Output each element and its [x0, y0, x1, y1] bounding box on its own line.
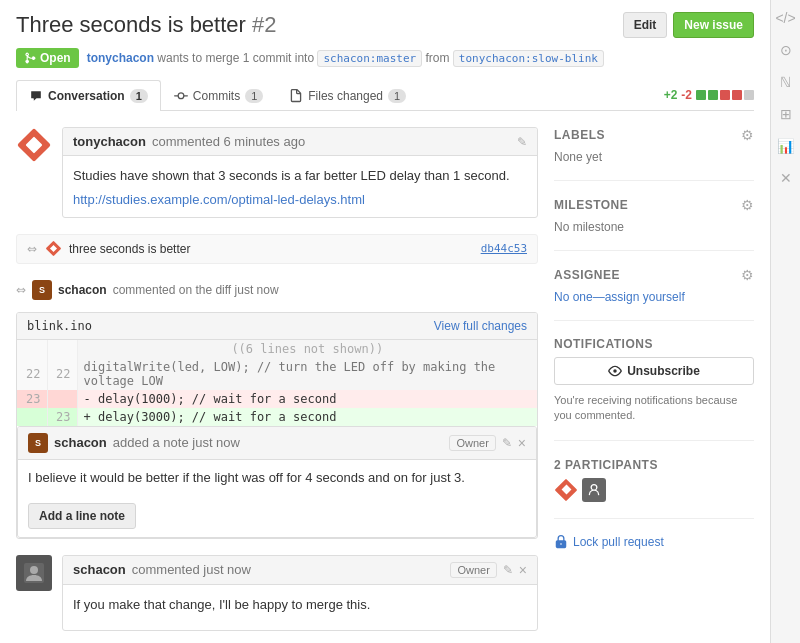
eye-icon [608, 364, 622, 378]
diff-author: schacon [58, 283, 107, 297]
comment-icon [29, 89, 43, 103]
participants-section: 2 participants [554, 457, 754, 519]
avatar-schacon [16, 555, 52, 591]
diff-block-4 [732, 90, 742, 100]
new-issue-button[interactable]: New issue [673, 12, 754, 38]
diff-block-3 [720, 90, 730, 100]
table-row: 23 - delay(1000); // wait for a second [17, 390, 537, 408]
comment-body-2: schacon commented just now Owner ✎ × If … [62, 555, 538, 632]
svg-point-1 [30, 566, 38, 574]
notifications-section: Notifications Unsubscribe You're receivi… [554, 337, 754, 441]
header-buttons: Edit New issue [623, 12, 754, 38]
comment-schacon: schacon commented just now Owner ✎ × If … [16, 555, 538, 632]
chart-icon[interactable]: 📊 [777, 138, 794, 154]
lock-pr-link[interactable]: Lock pull request [554, 535, 754, 549]
page-header: Three seconds is better #2 Edit New issu… [16, 12, 754, 38]
tool-icon[interactable]: ✕ [780, 170, 792, 186]
commit-ref-line: ⇔ three seconds is better db44c53 [16, 234, 538, 264]
commits-icon [174, 89, 188, 103]
diff-expand-row: ((6 lines not shown)) [17, 340, 537, 358]
diff-icon: ⇔ [16, 283, 26, 297]
code-icon[interactable]: </> [775, 10, 795, 26]
edit-comment-icon[interactable]: ✎ [517, 135, 527, 149]
grid-icon[interactable]: ⊞ [780, 106, 792, 122]
comment-link[interactable]: http://studies.example.com/optimal-led-d… [73, 192, 365, 207]
owner-badge: Owner [449, 435, 495, 451]
right-sidebar-icons: </> ⊙ ℕ ⊞ 📊 ✕ [770, 0, 800, 643]
content-area: tonychacon commented 6 minutes ago ✎ Stu… [16, 127, 754, 643]
merge-icon [24, 52, 36, 64]
person-icon [587, 483, 601, 497]
diff-block-1 [696, 90, 706, 100]
labels-section: Labels ⚙ None yet [554, 127, 754, 181]
comment-header-1: tonychacon commented 6 minutes ago ✎ [63, 128, 537, 156]
tabs: Conversation 1 Commits 1 Files changed 1… [16, 80, 754, 111]
diff-commit-ref: ⇔ S schacon commented on the diff just n… [16, 276, 538, 304]
diff-table: ((6 lines not shown)) 22 22 digitalWrite… [17, 340, 537, 426]
diff-block-2 [708, 90, 718, 100]
status-badge: Open [16, 48, 79, 68]
pr-meta: Open tonychacon wants to merge 1 commit … [16, 48, 754, 68]
sidebar: Labels ⚙ None yet Milestone ⚙ No milesto… [554, 127, 754, 643]
close-bottom-icon[interactable]: × [519, 562, 527, 578]
github-icon[interactable]: ℕ [780, 74, 791, 90]
close-inline-icon[interactable]: × [518, 435, 526, 451]
commit-sha[interactable]: db44c53 [481, 242, 527, 255]
timeline: tonychacon commented 6 minutes ago ✎ Stu… [16, 127, 538, 643]
diff-stats: +2 -2 [664, 88, 754, 102]
avatar-schacon-small: S [32, 280, 52, 300]
table-row: 23 + delay(3000); // wait for a second [17, 408, 537, 426]
participants-row [554, 478, 754, 502]
diff-file-header: blink.ino View full changes [17, 313, 537, 340]
participant-avatar-1 [554, 478, 578, 502]
diff-expand-icon: ⇔ [27, 242, 37, 256]
base-branch: schacon:master [317, 50, 422, 67]
diff-block-5 [744, 90, 754, 100]
files-icon [289, 89, 303, 103]
edit-inline-icon[interactable]: ✎ [502, 436, 512, 450]
tab-commits[interactable]: Commits 1 [161, 80, 276, 111]
view-full-link[interactable]: View full changes [434, 319, 527, 333]
lock-icon [554, 535, 568, 549]
table-row: 22 22 digitalWrite(led, LOW); // turn th… [17, 358, 537, 390]
user-avatar-icon [24, 563, 44, 583]
inline-comment-header: S schacon added a note just now Owner ✎ … [18, 427, 536, 460]
labels-gear-icon[interactable]: ⚙ [741, 127, 754, 143]
assignee-gear-icon[interactable]: ⚙ [741, 267, 754, 283]
comment-content-2: If you make that change, I'll be happy t… [63, 585, 537, 631]
diff-comment-block: ⇔ S schacon commented on the diff just n… [16, 276, 538, 539]
inline-comment: S schacon added a note just now Owner ✎ … [17, 426, 537, 538]
owner-badge-2: Owner [450, 562, 496, 578]
milestone-gear-icon[interactable]: ⚙ [741, 197, 754, 213]
clock-icon[interactable]: ⊙ [780, 42, 792, 58]
author-link[interactable]: tonychacon [87, 51, 154, 65]
commit-diamond-icon [45, 241, 61, 257]
comment-header-2: schacon commented just now Owner ✎ × [63, 556, 537, 585]
comment-tonychacon: tonychacon commented 6 minutes ago ✎ Stu… [16, 127, 538, 218]
head-branch: tonychacon:slow-blink [453, 50, 604, 67]
tab-conversation[interactable]: Conversation 1 [16, 80, 161, 111]
edit-button[interactable]: Edit [623, 12, 668, 38]
tab-files-changed[interactable]: Files changed 1 [276, 80, 419, 111]
diff-blocks [696, 90, 754, 100]
comment-content-1: Studies have shown that 3 seconds is a f… [63, 156, 537, 217]
lock-section: Lock pull request [554, 535, 754, 565]
unsubscribe-button[interactable]: Unsubscribe [554, 357, 754, 385]
comment-body-1: tonychacon commented 6 minutes ago ✎ Stu… [62, 127, 538, 218]
assignee-section: Assignee ⚙ No one—assign yourself [554, 267, 754, 321]
avatar-tonychacon [16, 127, 52, 163]
milestone-section: Milestone ⚙ No milestone [554, 197, 754, 251]
diff-file-block: blink.ino View full changes ((6 lines no… [16, 312, 538, 539]
page-title: Three seconds is better #2 [16, 12, 277, 38]
add-line-note-button[interactable]: Add a line note [28, 503, 136, 529]
edit-bottom-icon[interactable]: ✎ [503, 563, 513, 577]
inline-comment-body: I believe it would be better if the ligh… [18, 460, 536, 495]
assignee-link[interactable]: No one—assign yourself [554, 290, 685, 304]
participant-avatar-2 [582, 478, 606, 502]
avatar-schacon-inline: S [28, 433, 48, 453]
